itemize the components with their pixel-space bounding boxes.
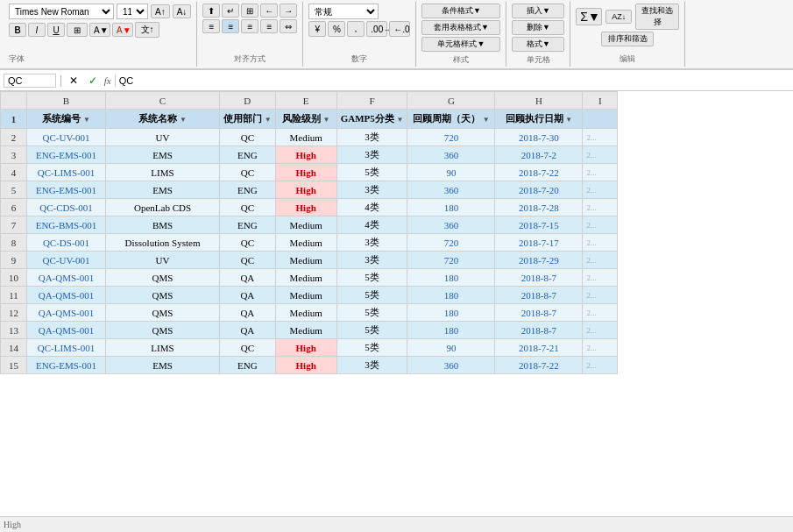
- cell-risk-level[interactable]: High: [275, 181, 336, 199]
- comma-btn[interactable]: ，: [347, 21, 365, 37]
- col-C-filter-arrow[interactable]: ▼: [180, 116, 187, 124]
- col-H-filter-arrow[interactable]: ▼: [565, 116, 572, 124]
- cell-system-code[interactable]: ENG-EMS-001: [27, 357, 106, 374]
- cell-risk-level[interactable]: High: [275, 339, 336, 357]
- cell-gamp5-category[interactable]: 5类: [336, 304, 407, 322]
- bold-btn[interactable]: B: [9, 23, 26, 37]
- cell-review-date[interactable]: 2018-7-20: [495, 181, 583, 199]
- cell-system-code[interactable]: ENG-EMS-001: [27, 181, 106, 199]
- cell-system-name[interactable]: LIMS: [106, 339, 220, 357]
- formula-input[interactable]: [115, 74, 789, 87]
- align-left-btn[interactable]: ≡: [202, 19, 220, 33]
- cell-system-code[interactable]: QA-QMS-001: [27, 304, 106, 322]
- cell-department[interactable]: QC: [220, 129, 276, 146]
- cell-department[interactable]: ENG: [220, 357, 276, 374]
- dec-inc-btn[interactable]: .00→: [366, 21, 387, 37]
- sigma-btn[interactable]: Σ▼: [576, 8, 602, 25]
- cell-review-period[interactable]: 90: [407, 164, 495, 181]
- delete-btn[interactable]: 删除▼: [512, 20, 564, 35]
- cell-system-name[interactable]: QMS: [106, 322, 220, 339]
- cell-review-period[interactable]: 180: [407, 322, 495, 339]
- dec-dec-btn[interactable]: ←.0: [389, 21, 410, 37]
- col-E-filter-arrow[interactable]: ▼: [323, 116, 330, 124]
- cell-department[interactable]: QC: [220, 339, 276, 357]
- cell-department[interactable]: QA: [220, 269, 276, 287]
- cell-system-name[interactable]: QMS: [106, 287, 220, 304]
- cell-risk-level[interactable]: Medium: [275, 287, 336, 304]
- cell-review-period[interactable]: 180: [407, 287, 495, 304]
- cell-risk-level[interactable]: Medium: [275, 129, 336, 146]
- cell-system-name[interactable]: EMS: [106, 181, 220, 199]
- cell-review-period[interactable]: 360: [407, 216, 495, 234]
- cell-risk-level[interactable]: Medium: [275, 252, 336, 269]
- indent-dec-btn[interactable]: ←: [260, 4, 278, 18]
- cell-gamp5-category[interactable]: 3类: [336, 357, 407, 374]
- cell-review-period[interactable]: 180: [407, 269, 495, 287]
- cell-review-date[interactable]: 2018-7-17: [495, 234, 583, 252]
- cell-review-date[interactable]: 2018-8-7: [495, 269, 583, 287]
- cond-format-btn[interactable]: 条件格式▼: [421, 4, 500, 18]
- cell-style-btn[interactable]: 单元格样式▼: [421, 37, 500, 52]
- cell-review-date[interactable]: 2018-7-28: [495, 199, 583, 216]
- col-header-H[interactable]: H: [495, 92, 583, 110]
- cell-system-name[interactable]: UV: [106, 129, 220, 146]
- cancel-formula-btn[interactable]: ✕: [66, 74, 81, 88]
- col-header-G[interactable]: G: [407, 92, 495, 110]
- cell-gamp5-category[interactable]: 5类: [336, 164, 407, 181]
- align-top-btn[interactable]: ⬆: [202, 4, 220, 18]
- cell-system-name[interactable]: QMS: [106, 304, 220, 322]
- grid-container[interactable]: B C D E F G H I 1 系统编号 ▼ 系统名称 ▼: [0, 91, 793, 516]
- cell-gamp5-category[interactable]: 5类: [336, 287, 407, 304]
- justify-btn[interactable]: ≡: [260, 19, 278, 33]
- col-G-filter-arrow[interactable]: ▼: [483, 116, 490, 124]
- cell-system-name[interactable]: UV: [106, 252, 220, 269]
- cell-gamp5-category[interactable]: 3类: [336, 129, 407, 146]
- cell-system-name[interactable]: LIMS: [106, 164, 220, 181]
- cell-system-code[interactable]: QC-LIMS-001: [27, 164, 106, 181]
- az-btn[interactable]: AZ↓: [605, 10, 632, 24]
- merge-btn[interactable]: ⊞: [241, 4, 258, 18]
- font-color-btn[interactable]: A▼: [112, 23, 133, 37]
- insert-btn[interactable]: 插入▼: [512, 4, 564, 18]
- cell-risk-level[interactable]: High: [275, 146, 336, 164]
- cell-system-code[interactable]: QC-UV-001: [27, 129, 106, 146]
- cell-risk-level[interactable]: Medium: [275, 269, 336, 287]
- cell-review-period[interactable]: 720: [407, 129, 495, 146]
- align-right-btn[interactable]: ≡: [241, 19, 258, 33]
- col-C-header[interactable]: 系统名称 ▼: [106, 110, 220, 129]
- italic-btn[interactable]: I: [28, 23, 46, 37]
- cell-department[interactable]: QC: [220, 252, 276, 269]
- col-header-E[interactable]: E: [275, 92, 336, 110]
- cell-system-name[interactable]: EMS: [106, 357, 220, 374]
- underline-btn[interactable]: U: [47, 23, 65, 37]
- special-char-btn[interactable]: 文↑: [135, 22, 159, 38]
- cell-reference-input[interactable]: [4, 74, 56, 88]
- cell-department[interactable]: QA: [220, 304, 276, 322]
- col-F-header[interactable]: GAMP5分类 ▼: [336, 110, 407, 129]
- number-format-select[interactable]: 常规: [308, 4, 379, 19]
- cell-system-code[interactable]: QC-CDS-001: [27, 199, 106, 216]
- col-header-D[interactable]: D: [220, 92, 276, 110]
- cell-system-code[interactable]: QA-QMS-001: [27, 287, 106, 304]
- sort-filter-btn[interactable]: 排序和筛选: [601, 32, 654, 46]
- col-header-C[interactable]: C: [106, 92, 220, 110]
- cell-risk-level[interactable]: Medium: [275, 304, 336, 322]
- cell-review-period[interactable]: 360: [407, 181, 495, 199]
- cell-gamp5-category[interactable]: 3类: [336, 181, 407, 199]
- font-size-select[interactable]: 11: [117, 4, 148, 19]
- cell-gamp5-category[interactable]: 4类: [336, 199, 407, 216]
- cell-review-period[interactable]: 180: [407, 304, 495, 322]
- cell-gamp5-category[interactable]: 3类: [336, 234, 407, 252]
- cell-department[interactable]: ENG: [220, 181, 276, 199]
- percent-btn[interactable]: %: [328, 21, 345, 37]
- cell-review-period[interactable]: 360: [407, 146, 495, 164]
- col-E-header[interactable]: 风险级别 ▼: [275, 110, 336, 129]
- cell-review-date[interactable]: 2018-7-15: [495, 216, 583, 234]
- table-format-btn[interactable]: 套用表格格式▼: [421, 20, 500, 35]
- cell-system-code[interactable]: QC-LIMS-001: [27, 339, 106, 357]
- col-D-header[interactable]: 使用部门 ▼: [220, 110, 276, 129]
- cell-department[interactable]: QC: [220, 164, 276, 181]
- cell-system-code[interactable]: QC-DS-001: [27, 234, 106, 252]
- currency-btn[interactable]: ¥: [308, 21, 326, 37]
- cell-risk-level[interactable]: High: [275, 199, 336, 216]
